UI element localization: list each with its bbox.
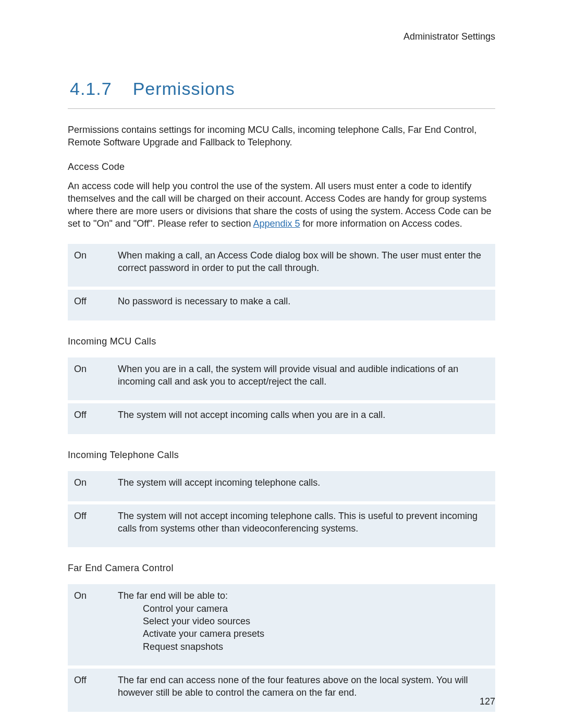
page-header: Administrator Settings bbox=[68, 31, 495, 42]
mcu-table: On When you are in a call, the system wi… bbox=[68, 354, 495, 437]
option-label-on: On bbox=[68, 244, 112, 287]
option-desc: The system will not accept incoming tele… bbox=[112, 504, 495, 548]
table-row: Off The far end can access none of the f… bbox=[68, 669, 495, 712]
option-label-off: Off bbox=[68, 403, 112, 434]
telephone-table: On The system will accept incoming telep… bbox=[68, 468, 495, 551]
option-desc: When you are in a call, the system will … bbox=[112, 357, 495, 401]
access-code-heading: Access Code bbox=[68, 162, 495, 172]
list-item: Request snapshots bbox=[143, 640, 488, 653]
appendix-link[interactable]: Appendix 5 bbox=[253, 218, 300, 229]
table-row: On When you are in a call, the system wi… bbox=[68, 357, 495, 401]
heading-rule bbox=[68, 108, 495, 109]
table-row: Off The system will not accept incoming … bbox=[68, 403, 495, 434]
option-desc: The far end will be able to: Control you… bbox=[112, 584, 495, 665]
option-label-off: Off bbox=[68, 504, 112, 548]
option-label-off: Off bbox=[68, 290, 112, 320]
option-label-on: On bbox=[68, 357, 112, 401]
far-end-heading: Far End Camera Control bbox=[68, 563, 495, 574]
option-desc: No password is necessary to make a call. bbox=[112, 290, 495, 320]
access-code-desc-after: for more information on Access codes. bbox=[300, 218, 462, 229]
table-row: On The system will accept incoming telep… bbox=[68, 471, 495, 501]
option-label-on: On bbox=[68, 471, 112, 501]
option-desc: The far end can access none of the four … bbox=[112, 669, 495, 712]
access-code-table: On When making a call, an Access Code di… bbox=[68, 241, 495, 324]
mcu-heading: Incoming MCU Calls bbox=[68, 336, 495, 347]
table-row: Off No password is necessary to make a c… bbox=[68, 290, 495, 320]
access-code-description: An access code will help you control the… bbox=[68, 180, 495, 230]
telephone-heading: Incoming Telephone Calls bbox=[68, 450, 495, 461]
section-heading: 4.1.7Permissions bbox=[70, 79, 495, 99]
table-row: On The far end will be able to: Control … bbox=[68, 584, 495, 665]
option-desc: The system will not accept incoming call… bbox=[112, 403, 495, 434]
section-number: 4.1.7 bbox=[70, 79, 112, 99]
page-number: 127 bbox=[480, 696, 495, 707]
list-item: Activate your camera presets bbox=[143, 627, 488, 640]
section-title-text: Permissions bbox=[133, 79, 235, 98]
list-item: Control your camera bbox=[143, 602, 488, 615]
option-desc: When making a call, an Access Code dialo… bbox=[112, 244, 495, 287]
far-end-on-intro: The far end will be able to: bbox=[118, 589, 488, 602]
option-label-on: On bbox=[68, 584, 112, 665]
far-end-list: Control your camera Select your video so… bbox=[143, 602, 488, 653]
option-label-off: Off bbox=[68, 669, 112, 712]
option-desc: The system will accept incoming telephon… bbox=[112, 471, 495, 501]
list-item: Select your video sources bbox=[143, 615, 488, 627]
far-end-table: On The far end will be able to: Control … bbox=[68, 581, 495, 714]
intro-paragraph: Permissions contains settings for incomi… bbox=[68, 124, 495, 149]
table-row: Off The system will not accept incoming … bbox=[68, 504, 495, 548]
table-row: On When making a call, an Access Code di… bbox=[68, 244, 495, 287]
